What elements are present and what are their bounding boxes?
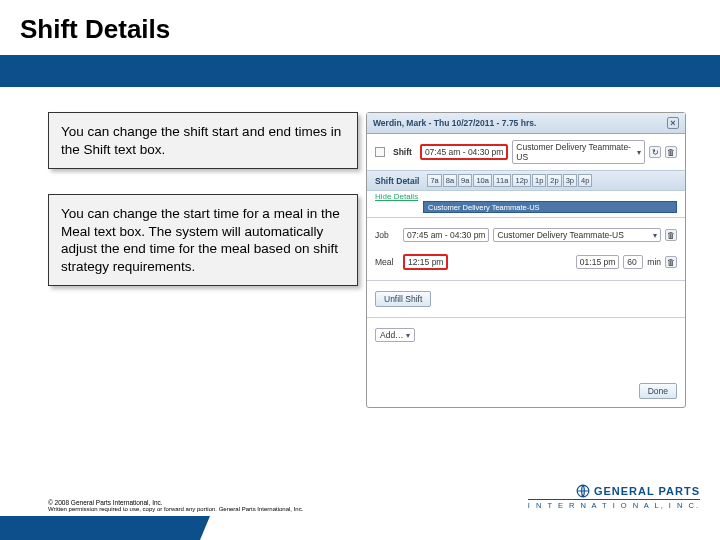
color-chip-icon xyxy=(375,147,385,157)
popup-title: Werdin, Mark - Thu 10/27/2011 - 7.75 hrs… xyxy=(373,118,536,128)
delete-icon[interactable]: 🗑 xyxy=(665,146,677,158)
content-area: You can change the shift start and end t… xyxy=(0,87,720,408)
hours-scale: 7a 8a 9a 10a 11a 12p 1p 2p 3p 4p xyxy=(427,174,592,187)
separator-2 xyxy=(367,280,685,281)
meal-time-input[interactable]: 12:15 pm xyxy=(403,254,448,270)
footer-slash xyxy=(200,516,210,540)
footer-bar xyxy=(0,516,720,540)
copyright: © 2008 General Parts International, Inc.… xyxy=(48,499,303,512)
close-icon[interactable]: × xyxy=(667,117,679,129)
job-row: Job 07:45 am - 04:30 pm Customer Deliver… xyxy=(367,222,685,248)
job-time-input[interactable]: 07:45 am - 04:30 pm xyxy=(403,228,489,242)
callout-2: You can change the start time for a meal… xyxy=(48,194,358,286)
meal-unit: min xyxy=(647,257,661,267)
timeline-bar: Customer Delivery Teammate-US xyxy=(423,201,677,213)
brand-name: GENERAL PARTS xyxy=(594,485,700,497)
done-button[interactable]: Done xyxy=(639,383,677,399)
meal-end-input[interactable]: 01:15 pm xyxy=(576,255,619,269)
hide-details-link[interactable]: Hide Details xyxy=(367,192,426,201)
meal-delete-icon[interactable]: 🗑 xyxy=(665,256,677,268)
meal-label: Meal xyxy=(375,257,399,267)
footer-white xyxy=(210,516,720,540)
slide-title: Shift Details xyxy=(20,14,700,45)
globe-icon xyxy=(576,484,590,498)
separator xyxy=(367,217,685,218)
meal-row: Meal 12:15 pm 01:15 pm 60 min 🗑 xyxy=(367,248,685,276)
unfill-shift-button[interactable]: Unfill Shift xyxy=(375,291,431,307)
meal-dur-input[interactable]: 60 xyxy=(623,255,643,269)
copyright-line2: Written permission required to use, copy… xyxy=(48,506,303,512)
shift-popup: Werdin, Mark - Thu 10/27/2011 - 7.75 hrs… xyxy=(366,112,686,408)
unfill-row: Unfill Shift xyxy=(367,285,685,313)
repeat-icon[interactable]: ↻ xyxy=(649,146,661,158)
header-blue-bar xyxy=(0,55,720,87)
detail-title: Shift Detail xyxy=(375,176,419,186)
job-role-dropdown[interactable]: Customer Delivery Teammate-US xyxy=(493,228,661,242)
shift-row: Shift 07:45 am - 04:30 pm Customer Deliv… xyxy=(367,134,685,170)
add-row: Add… xyxy=(367,322,685,348)
left-column: You can change the shift start and end t… xyxy=(48,112,358,408)
job-label: Job xyxy=(375,230,399,240)
hide-details-row: Hide Details xyxy=(367,191,685,201)
add-dropdown[interactable]: Add… xyxy=(375,328,415,342)
separator-3 xyxy=(367,317,685,318)
shift-label: Shift xyxy=(393,147,412,157)
shift-role-dropdown[interactable]: Customer Delivery Teammate-US xyxy=(512,140,645,164)
brand-logo: GENERAL PARTS I N T E R N A T I O N A L,… xyxy=(528,484,700,510)
job-delete-icon[interactable]: 🗑 xyxy=(665,229,677,241)
title-area: Shift Details xyxy=(0,0,720,55)
copyright-line1: © 2008 General Parts International, Inc. xyxy=(48,499,303,506)
brand-sub: I N T E R N A T I O N A L, I N C. xyxy=(528,499,700,510)
detail-header: Shift Detail 7a 8a 9a 10a 11a 12p 1p 2p … xyxy=(367,170,685,191)
shift-time-input[interactable]: 07:45 am - 04:30 pm xyxy=(420,144,508,160)
callout-1: You can change the shift start and end t… xyxy=(48,112,358,169)
popup-header: Werdin, Mark - Thu 10/27/2011 - 7.75 hrs… xyxy=(367,113,685,134)
done-row: Done xyxy=(367,348,685,407)
